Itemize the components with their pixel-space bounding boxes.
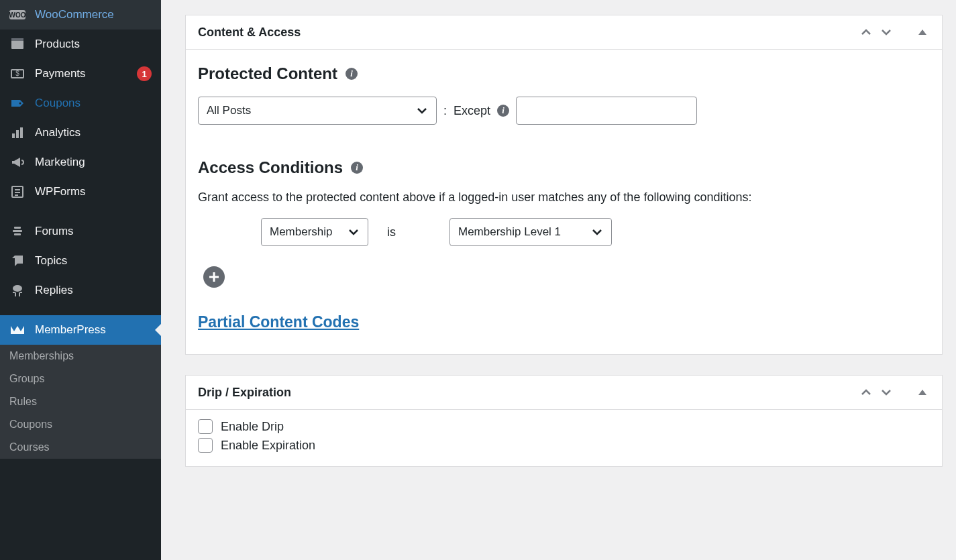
colon-separator: : (443, 104, 447, 118)
sidebar-item-label: Analytics (35, 126, 152, 139)
info-icon[interactable]: i (497, 105, 509, 117)
sidebar-item-wpforms[interactable]: WPForms (0, 177, 161, 207)
panel-controls (859, 385, 930, 400)
submenu-item-rules[interactable]: Rules (0, 390, 161, 413)
sidebar-item-label: Products (35, 38, 152, 51)
enable-drip-checkbox[interactable] (198, 419, 213, 434)
svg-point-17 (13, 285, 22, 292)
analytics-icon (9, 125, 25, 141)
svg-marker-25 (918, 390, 926, 395)
panel-collapse-icon[interactable] (915, 25, 930, 40)
select-value: Membership (270, 225, 342, 239)
chevron-down-icon (416, 105, 428, 117)
svg-rect-16 (14, 233, 21, 235)
coupons-icon (9, 95, 25, 111)
chevron-down-icon (348, 226, 360, 238)
panel-body: Protected Content i All Posts : Except i… (186, 50, 942, 354)
protected-content-heading: Protected Content i (198, 64, 930, 83)
info-icon[interactable]: i (346, 68, 358, 80)
except-input[interactable] (516, 97, 697, 125)
svg-rect-18 (15, 292, 16, 296)
condition-value-select[interactable]: Membership Level 1 (449, 218, 612, 246)
marketing-icon (9, 154, 25, 170)
access-description: Grant access to the protected content ab… (198, 190, 930, 205)
svg-rect-2 (11, 40, 23, 49)
woocommerce-icon: WOO (9, 7, 25, 23)
submenu-item-coupons[interactable]: Coupons (0, 413, 161, 436)
chevron-down-icon (591, 226, 603, 238)
panel-header: Drip / Expiration (186, 376, 942, 410)
enable-expiration-row: Enable Expiration (198, 438, 930, 453)
sidebar-item-label: MemberPress (35, 323, 152, 337)
sidebar-item-payments[interactable]: $ Payments 1 (0, 59, 161, 89)
sidebar-item-label: Forums (35, 225, 152, 238)
sidebar-item-label: Topics (35, 254, 152, 268)
except-label: Except (454, 104, 490, 118)
heading-text: Protected Content (198, 64, 337, 83)
add-condition-button[interactable] (203, 266, 225, 288)
enable-expiration-checkbox[interactable] (198, 438, 213, 453)
svg-rect-24 (209, 276, 219, 278)
sidebar-item-topics[interactable]: Topics (0, 246, 161, 276)
access-conditions-heading: Access Conditions i (198, 158, 930, 177)
submenu-item-groups[interactable]: Groups (0, 368, 161, 390)
menu-separator (0, 305, 161, 315)
sidebar-item-analytics[interactable]: Analytics (0, 118, 161, 148)
checkbox-label: Enable Drip (221, 420, 284, 434)
panel-controls (859, 25, 930, 40)
select-value: Membership Level 1 (458, 225, 561, 239)
enable-drip-row: Enable Drip (198, 419, 930, 434)
panel-move-down-icon[interactable] (879, 385, 894, 400)
sidebar-item-products[interactable]: Products (0, 30, 161, 59)
memberpress-icon (9, 322, 25, 338)
menu-separator (0, 207, 161, 217)
sidebar-item-label: Coupons (35, 97, 152, 110)
wpforms-icon (9, 184, 25, 200)
condition-type-select[interactable]: Membership (261, 218, 368, 246)
checkbox-label: Enable Expiration (221, 439, 315, 453)
sidebar-item-woocommerce[interactable]: WOO WooCommerce (0, 0, 161, 30)
sidebar-item-label: Payments (35, 67, 127, 80)
sidebar-item-label: Marketing (35, 156, 152, 169)
info-icon[interactable]: i (351, 162, 363, 174)
svg-rect-19 (19, 292, 20, 296)
panel-collapse-icon[interactable] (915, 385, 930, 400)
payments-icon: $ (9, 66, 25, 82)
protected-content-row: All Posts : Except i (198, 97, 930, 125)
is-label: is (387, 225, 396, 239)
panel-title: Drip / Expiration (198, 386, 291, 400)
sidebar-item-label: WPForms (35, 185, 152, 199)
replies-icon (9, 282, 25, 298)
sidebar-item-replies[interactable]: Replies (0, 276, 161, 305)
condition-row: Membership is Membership Level 1 (261, 218, 930, 246)
forums-icon (9, 223, 25, 239)
memberpress-submenu: Memberships Groups Rules Coupons Courses (0, 345, 161, 459)
svg-point-6 (19, 103, 21, 105)
svg-marker-22 (918, 30, 926, 35)
main-content: Content & Access Protected Content i (161, 0, 956, 560)
sidebar-item-marketing[interactable]: Marketing (0, 148, 161, 177)
content-type-select[interactable]: All Posts (198, 97, 437, 125)
panel-move-down-icon[interactable] (879, 25, 894, 40)
sidebar-item-memberpress[interactable]: MemberPress (0, 315, 161, 345)
sidebar-item-coupons[interactable]: Coupons (0, 89, 161, 118)
panel-move-up-icon[interactable] (859, 25, 873, 40)
submenu-item-courses[interactable]: Courses (0, 436, 161, 459)
submenu-item-memberships[interactable]: Memberships (0, 345, 161, 368)
select-value: All Posts (207, 104, 251, 117)
products-icon (9, 36, 25, 52)
svg-rect-14 (14, 227, 21, 229)
sidebar-item-label: WooCommerce (35, 8, 152, 21)
panel-title: Content & Access (198, 25, 301, 40)
svg-rect-8 (16, 130, 19, 138)
panel-header: Content & Access (186, 15, 942, 50)
svg-rect-7 (12, 133, 15, 138)
admin-sidebar: WOO WooCommerce Products $ Payments 1 Co… (0, 0, 161, 560)
partial-content-codes-link[interactable]: Partial Content Codes (198, 313, 359, 331)
svg-rect-3 (11, 38, 23, 41)
sidebar-item-label: Replies (35, 284, 152, 297)
sidebar-item-forums[interactable]: Forums (0, 217, 161, 246)
panel-move-up-icon[interactable] (859, 385, 873, 400)
drip-expiration-panel: Drip / Expiration Enable Drip Enab (185, 375, 943, 467)
panel-body: Enable Drip Enable Expiration (186, 410, 942, 466)
